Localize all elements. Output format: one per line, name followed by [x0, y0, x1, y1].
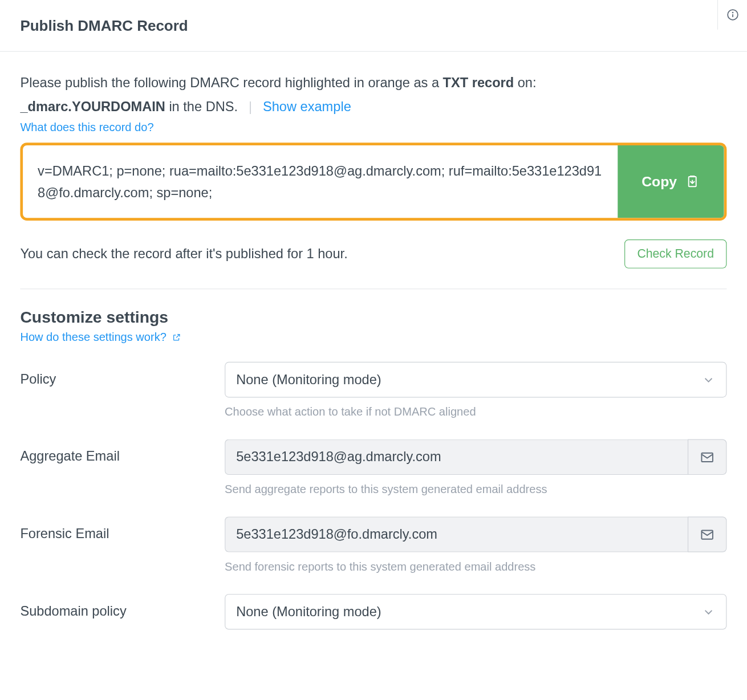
check-info-text: You can check the record after it's publ…: [20, 246, 347, 262]
intro-line-2: _dmarc.YOURDOMAIN in the DNS.: [20, 99, 238, 114]
intro-bold: TXT record: [443, 75, 514, 90]
clipboard-icon: [685, 174, 700, 189]
aggregate-email-input: 5e331e123d918@ag.dmarcly.com: [225, 439, 688, 475]
dns-suffix: in the DNS.: [165, 99, 238, 113]
dmarc-host: _dmarc.YOURDOMAIN: [20, 99, 165, 113]
intro-line-1: Please publish the following DMARC recor…: [20, 72, 726, 93]
chevron-down-icon: [702, 605, 716, 618]
policy-value: None (Monitoring mode): [236, 372, 381, 388]
separator: |: [249, 99, 252, 114]
dmarc-record-box: v=DMARC1; p=none; rua=mailto:5e331e123d9…: [20, 143, 726, 221]
page-header: Publish DMARC Record: [0, 0, 747, 52]
what-does-record-link[interactable]: What does this record do?: [20, 121, 153, 135]
forensic-email-input: 5e331e123d918@fo.dmarcly.com: [225, 516, 688, 552]
policy-select[interactable]: None (Monitoring mode): [225, 362, 726, 398]
aggregate-help: Send aggregate reports to this system ge…: [225, 483, 726, 496]
forensic-email-label: Forensic Email: [20, 516, 225, 542]
policy-help: Choose what action to take if not DMARC …: [225, 406, 726, 420]
forensic-help: Send forensic reports to this system gen…: [225, 560, 726, 574]
subdomain-policy-label: Subdomain policy: [20, 594, 225, 619]
external-link-icon: [172, 333, 181, 341]
aggregate-email-addon[interactable]: [688, 439, 726, 475]
aggregate-email-label: Aggregate Email: [20, 439, 225, 465]
intro-pre: Please publish the following DMARC recor…: [20, 75, 442, 90]
chevron-down-icon: [702, 373, 716, 386]
how-link-text: How do these settings work?: [20, 331, 166, 344]
show-example-link[interactable]: Show example: [263, 99, 351, 114]
envelope-icon: [700, 450, 714, 465]
page-title: Publish DMARC Record: [20, 18, 188, 35]
subdomain-policy-value: None (Monitoring mode): [236, 604, 381, 620]
copy-button[interactable]: Copy: [618, 145, 724, 218]
check-record-button[interactable]: Check Record: [624, 239, 726, 268]
svg-point-2: [732, 13, 733, 13]
how-settings-work-link[interactable]: How do these settings work?: [20, 331, 181, 344]
forensic-email-addon[interactable]: [688, 516, 726, 552]
info-icon: [726, 8, 740, 22]
intro-post: on:: [514, 75, 536, 90]
dmarc-record-value: v=DMARC1; p=none; rua=mailto:5e331e123d9…: [23, 145, 618, 218]
info-button[interactable]: [717, 0, 747, 30]
policy-label: Policy: [20, 362, 225, 387]
copy-label: Copy: [642, 173, 677, 189]
subdomain-policy-select[interactable]: None (Monitoring mode): [225, 594, 726, 630]
envelope-icon: [700, 527, 714, 542]
customize-heading: Customize settings: [20, 308, 726, 327]
